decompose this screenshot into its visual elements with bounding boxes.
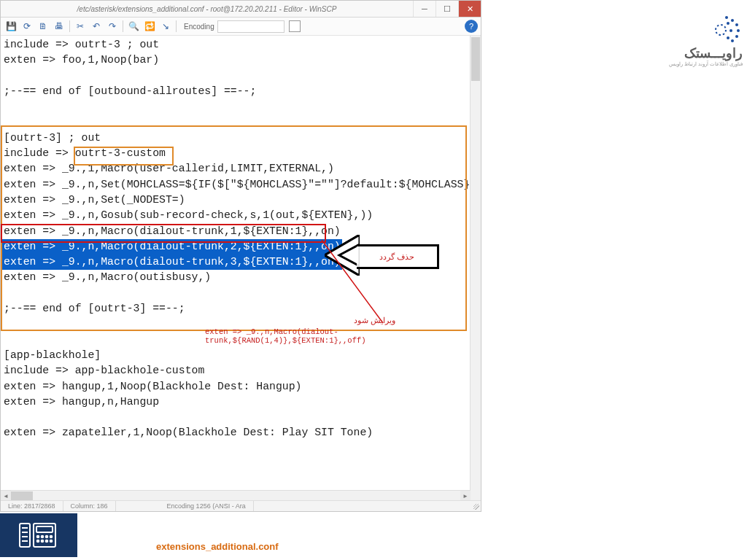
replace-icon[interactable]: 🔁	[142, 19, 157, 34]
code-line[interactable]: exten => hangup,1,Noop(Blackhole Dest: H…	[2, 379, 479, 394]
code-line[interactable]	[2, 332, 479, 348]
brand-name: راویـــستک	[633, 45, 743, 61]
svg-point-27	[50, 540, 53, 542]
code-line[interactable]: exten => hangup,n,Hangup	[2, 394, 479, 410]
svg-point-4	[735, 35, 738, 38]
encoding-dropdown[interactable]	[217, 20, 285, 33]
color-box[interactable]	[289, 20, 301, 32]
svg-point-0	[716, 25, 726, 35]
window-title: /etc/asterisk/extensions_additional.conf…	[1, 5, 413, 13]
title-bar: /etc/asterisk/extensions_additional.conf…	[1, 1, 481, 18]
code-line[interactable]: include => app-blackhole-custom	[2, 363, 479, 378]
maximize-button[interactable]: ☐	[436, 1, 458, 17]
svg-point-5	[731, 39, 734, 42]
svg-point-20	[37, 536, 39, 538]
phone-tile	[0, 513, 77, 557]
code-line[interactable]: exten => _9.,n,Set(_NODEST=)	[2, 192, 479, 208]
code-line[interactable]	[2, 286, 479, 301]
code-line[interactable]: [outrt-3] ; out	[2, 131, 479, 146]
svg-point-24	[37, 540, 39, 542]
vertical-scroll-thumb[interactable]	[471, 37, 480, 81]
svg-point-25	[42, 540, 44, 542]
status-bar: Line: 2817/2868 Column: 186 Encoding 125…	[1, 500, 481, 511]
save-icon[interactable]: 💾	[4, 19, 18, 34]
undo-icon[interactable]: ↶	[89, 19, 104, 34]
code-line[interactable]	[2, 410, 479, 425]
print-icon[interactable]: 🖶	[52, 19, 66, 34]
hscroll-right-button[interactable]: ►	[460, 491, 471, 501]
code-line[interactable]: ;--== end of [outbound-allroutes] ==--;	[2, 84, 479, 99]
svg-point-26	[46, 540, 48, 542]
svg-point-7	[729, 29, 732, 32]
hscroll-left-button[interactable]: ◄	[1, 491, 11, 501]
brand-dots-icon	[699, 15, 743, 45]
help-button[interactable]: ?	[465, 20, 478, 33]
goto-line-icon[interactable]: ↘	[158, 19, 173, 34]
toolbar: 💾 ⟳ 🗎 🖶 ✂ ↶ ↷ 🔍 🔁 ↘ Encoding ?	[1, 18, 481, 36]
code-line[interactable]: include => outrt-3-custom	[2, 146, 479, 161]
svg-point-9	[727, 22, 729, 25]
code-line[interactable]: exten => zapateller,1,Noop(Blackhole Des…	[2, 425, 479, 440]
svg-point-3	[737, 29, 740, 32]
code-line[interactable]	[2, 69, 479, 84]
editor-body[interactable]: include => outrt-3 ; outexten => foo,1,N…	[1, 36, 481, 488]
code-line[interactable]: exten => _9.,n,Macro(dialout-trunk,1,${E…	[2, 224, 479, 239]
code-line[interactable]: exten => _9.,n,Macro(dialout-trunk,3,${E…	[2, 254, 479, 270]
code-line[interactable]: [app-blackhole]	[2, 348, 479, 363]
brand-subtitle: فناوری اطلاعات آروند ارتباط راویس	[633, 61, 743, 67]
code-line[interactable]: ;--== end of [outrt-3] ==--;	[2, 301, 479, 316]
cut-icon[interactable]: ✂	[73, 19, 88, 34]
code-line[interactable]: exten => _9.,n,Macro(dialout-trunk,2,${E…	[2, 239, 479, 254]
status-line: Line: 2817/2868	[1, 501, 63, 511]
code-area[interactable]: include => outrt-3 ; outexten => foo,1,N…	[1, 36, 481, 443]
code-line[interactable]: exten => _9.,n,Set(MOHCLASS=${IF($["${MO…	[2, 177, 479, 192]
find-icon[interactable]: 🔍	[126, 19, 141, 34]
status-encoding: Encoding 1256 (ANSI - Ara	[160, 501, 254, 511]
svg-point-22	[46, 536, 48, 538]
svg-point-6	[725, 16, 728, 19]
svg-rect-13	[20, 524, 30, 547]
minimize-button[interactable]: ─	[413, 1, 436, 17]
image-caption: extensions_additional.conf	[156, 541, 279, 552]
svg-point-2	[735, 23, 738, 26]
horizontal-scroll-thumb[interactable]	[11, 491, 33, 500]
resize-grip-icon[interactable]	[471, 501, 481, 511]
horizontal-scrollbar[interactable]: ◄ ►	[1, 490, 471, 501]
status-column: Column: 186	[63, 501, 116, 511]
code-line[interactable]: include => outrt-3 ; out	[2, 37, 479, 52]
save-as-icon[interactable]: 🗎	[36, 19, 50, 34]
editor-window: /etc/asterisk/extensions_additional.conf…	[0, 0, 481, 512]
redo-icon[interactable]: ↷	[105, 19, 120, 34]
reload-icon[interactable]: ⟳	[20, 19, 34, 34]
code-line[interactable]	[2, 99, 479, 114]
svg-rect-19	[36, 526, 53, 532]
code-line[interactable]: exten => _9.,n,Macro(outisbusy,)	[2, 270, 479, 285]
encoding-label: Encoding	[184, 23, 214, 31]
svg-point-23	[50, 536, 53, 538]
svg-point-21	[42, 536, 44, 538]
brand-logo: راویـــستک فناوری اطلاعات آروند ارتباط ر…	[633, 15, 743, 67]
code-line[interactable]	[2, 316, 479, 332]
code-line[interactable]	[2, 114, 479, 130]
code-line[interactable]: exten => _9.,1,Macro(user-callerid,LIMIT…	[2, 161, 479, 176]
fax-phone-icon	[18, 519, 60, 551]
vertical-scrollbar[interactable]	[470, 36, 481, 501]
svg-point-8	[727, 36, 729, 39]
close-button[interactable]: ✕	[458, 1, 481, 17]
code-line[interactable]: exten => foo,1,Noop(bar)	[2, 52, 479, 68]
svg-point-1	[731, 19, 734, 22]
code-line[interactable]: exten => _9.,n,Gosub(sub-record-check,s,…	[2, 208, 479, 223]
